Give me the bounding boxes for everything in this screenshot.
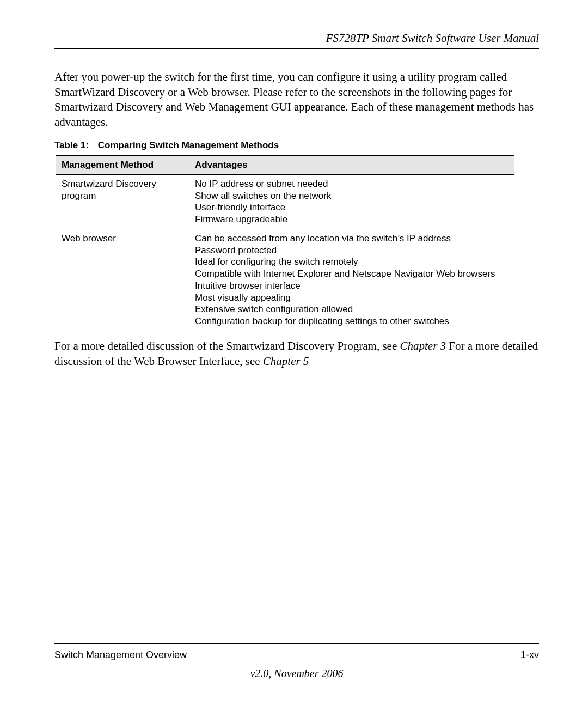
advantage-line: Show all switches on the network: [195, 190, 509, 202]
advantage-line: Compatible with Internet Explorer and Ne…: [195, 268, 509, 280]
advantage-line: Firmware upgradeable: [195, 214, 509, 226]
footer-version: v2.0, November 2006: [54, 667, 539, 680]
doc-header-title: FS728TP Smart Switch Software User Manua…: [54, 32, 539, 45]
chapter-ref-3: Chapter 3: [400, 339, 446, 352]
table-header-row: Management Method Advantages: [56, 155, 514, 174]
header-rule: [54, 48, 539, 49]
management-methods-table: Management Method Advantages Smartwizard…: [56, 155, 514, 331]
table-cell-method: Web browser: [56, 229, 189, 331]
advantage-line: No IP address or subnet needed: [195, 178, 509, 190]
table-cell-method: Smartwizard Discovery program: [56, 174, 189, 229]
table-caption-label: Table 1:: [54, 140, 95, 151]
advantage-line: Configuration backup for duplicating set…: [195, 315, 509, 327]
table-caption: Table 1: Comparing Switch Management Met…: [54, 140, 539, 151]
table-row: Smartwizard Discovery program No IP addr…: [56, 174, 514, 229]
table-row: Web browser Can be accessed from any loc…: [56, 229, 514, 331]
table-cell-advantages: Can be accessed from any location via th…: [189, 229, 514, 331]
after-table-paragraph: For a more detailed discussion of the Sm…: [54, 339, 539, 369]
advantage-line: Can be accessed from any location via th…: [195, 233, 509, 245]
table-header-method: Management Method: [56, 155, 189, 174]
table-header-advantages: Advantages: [189, 155, 514, 174]
footer-page-number: 1-xv: [520, 649, 539, 661]
page-footer: Switch Management Overview 1-xv v2.0, No…: [54, 643, 539, 680]
advantage-line: Password protected: [195, 245, 509, 257]
advantage-line: User-friendly interface: [195, 202, 509, 214]
table-caption-title: Comparing Switch Management Methods: [98, 140, 279, 150]
table-cell-advantages: No IP address or subnet needed Show all …: [189, 174, 514, 229]
after-text-1: For a more detailed discussion of the Sm…: [54, 339, 400, 352]
advantage-line: Extensive switch configuration allowed: [195, 303, 509, 315]
advantage-line: Ideal for configuring the switch remotel…: [195, 256, 509, 268]
advantage-line: Intuitive browser interface: [195, 280, 509, 292]
footer-rule: [54, 643, 539, 644]
intro-paragraph: After you power-up the switch for the fi…: [54, 70, 539, 130]
footer-section: Switch Management Overview: [54, 649, 187, 661]
chapter-ref-5: Chapter 5: [263, 355, 309, 368]
advantage-line: Most visually appealing: [195, 292, 509, 304]
